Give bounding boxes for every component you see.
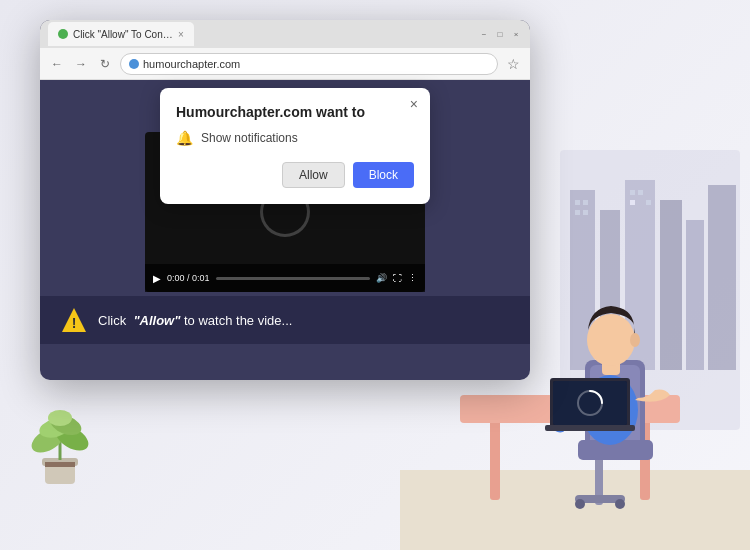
svg-point-22 (615, 499, 625, 509)
svg-point-28 (587, 314, 635, 366)
close-button[interactable]: × (510, 28, 522, 40)
bell-icon: 🔔 (176, 130, 193, 146)
svg-rect-7 (575, 200, 580, 205)
svg-rect-8 (583, 200, 588, 205)
svg-rect-12 (638, 190, 643, 195)
svg-rect-4 (660, 200, 682, 370)
tab-label: Click "Allow" To Continue (73, 29, 173, 40)
svg-rect-15 (400, 470, 750, 550)
browser-window: Click "Allow" To Continue × − □ × ← → ↻ … (40, 20, 530, 380)
progress-bar[interactable] (216, 277, 370, 280)
url-text: humourchapter.com (143, 58, 240, 70)
control-icons: 🔊 ⛶ ⋮ (376, 273, 417, 283)
scene-background: Click "Allow" To Continue × − □ × ← → ↻ … (0, 0, 750, 550)
svg-rect-6 (708, 185, 736, 370)
svg-point-29 (630, 333, 640, 347)
popup-close-button[interactable]: × (410, 96, 418, 112)
popup-title: Humourchapter.com want to (176, 104, 414, 120)
popup-buttons: Allow Block (176, 162, 414, 188)
play-button[interactable]: ▶ (153, 273, 161, 284)
minimize-button[interactable]: − (478, 28, 490, 40)
warning-text: Click "Allow" to watch the vide... (98, 313, 292, 328)
svg-text:!: ! (72, 315, 77, 331)
plant-decoration (20, 390, 100, 490)
svg-rect-16 (490, 420, 500, 500)
maximize-button[interactable]: □ (494, 28, 506, 40)
browser-tab[interactable]: Click "Allow" To Continue × (48, 22, 194, 46)
svg-rect-37 (45, 462, 75, 467)
warning-icon: ! (60, 306, 88, 334)
svg-rect-32 (553, 381, 627, 425)
video-controls: ▶ 0:00 / 0:01 🔊 ⛶ ⋮ (145, 264, 425, 292)
svg-rect-5 (686, 220, 704, 370)
svg-point-43 (48, 410, 72, 426)
refresh-button[interactable]: ↻ (96, 55, 114, 73)
svg-point-21 (575, 499, 585, 509)
star-button[interactable]: ☆ (504, 55, 522, 73)
allow-button[interactable]: Allow (282, 162, 345, 188)
svg-rect-9 (575, 210, 580, 215)
back-button[interactable]: ← (48, 55, 66, 73)
fullscreen-button[interactable]: ⛶ (393, 273, 402, 283)
block-button[interactable]: Block (353, 162, 414, 188)
browser-nav-bar: ← → ↻ humourchapter.com ☆ (40, 48, 530, 80)
warning-allow-text: "Allow" (133, 313, 180, 328)
tab-check-icon (58, 29, 68, 39)
more-button[interactable]: ⋮ (408, 273, 417, 283)
address-bar[interactable]: humourchapter.com (120, 53, 498, 75)
notification-popup: × Humourchapter.com want to 🔔 Show notif… (160, 88, 430, 204)
notification-row-text: Show notifications (201, 131, 298, 145)
site-favicon (129, 59, 139, 69)
notification-row: 🔔 Show notifications (176, 130, 414, 146)
window-controls: − □ × (478, 28, 522, 40)
svg-rect-34 (545, 425, 635, 431)
warning-bar: ! Click "Allow" to watch the vide... (40, 296, 530, 344)
svg-rect-11 (630, 190, 635, 195)
svg-rect-13 (630, 200, 635, 205)
svg-rect-14 (646, 200, 651, 205)
svg-rect-10 (583, 210, 588, 215)
forward-button[interactable]: → (72, 55, 90, 73)
tab-close-button[interactable]: × (178, 29, 184, 40)
volume-button[interactable]: 🔊 (376, 273, 387, 283)
time-display: 0:00 / 0:01 (167, 273, 210, 283)
browser-tab-bar: Click "Allow" To Continue × − □ × (40, 20, 530, 48)
